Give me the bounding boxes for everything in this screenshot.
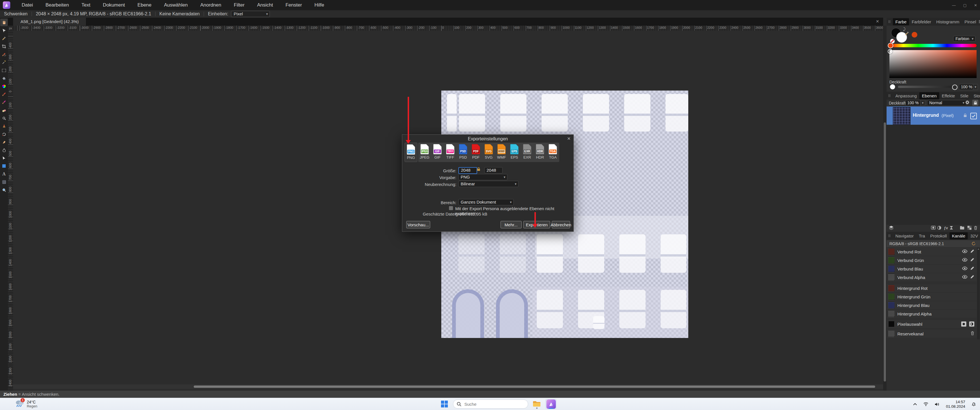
channel-row[interactable]: Hintergrund Blau (886, 301, 977, 309)
move-tool[interactable] (0, 27, 8, 34)
channel-row[interactable]: Pixelauswahl (886, 320, 977, 328)
menu-item-dokument[interactable]: Dokument (97, 0, 131, 10)
more-button[interactable]: Mehr... (501, 221, 522, 228)
file-explorer-button[interactable] (531, 399, 542, 409)
eye-icon[interactable] (962, 275, 967, 280)
text-tool[interactable]: A (0, 170, 8, 178)
channel-row[interactable]: Hintergrund Alpha (886, 310, 977, 318)
lock-aspect-icon[interactable] (477, 167, 480, 172)
color-picker-tool[interactable] (0, 35, 8, 42)
color-tab-farbfelder[interactable]: Farbfelder (909, 18, 934, 25)
area-dropdown[interactable]: Ganzes Dokument (458, 199, 514, 205)
pencil-icon[interactable] (970, 275, 974, 280)
format-eps[interactable]: EPSEPS (508, 143, 521, 162)
undo-brush-tool[interactable] (0, 130, 8, 138)
hue-slider[interactable] (889, 44, 977, 47)
channels-tab-protokoll[interactable]: Protokoll (928, 232, 949, 240)
format-hdr[interactable]: HDRHDR (534, 143, 546, 162)
colour-replacement-tool[interactable] (0, 99, 8, 106)
layers-tab-stile[interactable]: Stile (958, 92, 971, 99)
color-mode-dropdown[interactable]: Farbton (953, 36, 975, 41)
mask-layer-icon[interactable] (931, 226, 935, 229)
flood-fill-tool[interactable] (0, 75, 8, 82)
vertical-scrollbar-thumb[interactable] (884, 122, 886, 381)
marquee-tool[interactable] (0, 67, 8, 74)
horizontal-scrollbar-thumb[interactable] (194, 386, 875, 388)
view-tool[interactable] (0, 19, 8, 26)
gradient-tool[interactable] (0, 83, 8, 90)
channel-row[interactable]: Hintergrund Grün (886, 293, 977, 301)
layer-effects-icon[interactable]: ƒx (944, 226, 948, 230)
blur-tool[interactable] (0, 146, 8, 154)
tray-chevron-up-icon[interactable] (913, 403, 917, 405)
channels-tab-tra[interactable]: Tra (916, 232, 928, 240)
focus-assist-bell-icon[interactable]: z (972, 402, 976, 407)
channels-tab-kanäle[interactable]: Kanäle (950, 232, 968, 240)
layers-tab-effekte[interactable]: Effekte (939, 92, 958, 99)
format-exr[interactable]: EXREXR (521, 143, 534, 162)
node-tool[interactable] (0, 154, 8, 162)
format-svg[interactable]: SVGSVG (482, 143, 495, 162)
wifi-icon[interactable] (923, 402, 928, 406)
format-pdf[interactable]: PDFPDF (469, 143, 482, 162)
resample-dropdown[interactable]: Bilinear (458, 181, 519, 187)
start-button[interactable] (439, 399, 450, 409)
minimize-button[interactable]: — (952, 3, 956, 7)
opacity-swatch[interactable] (890, 84, 895, 89)
zoom-tool[interactable] (0, 186, 8, 194)
cancel-button[interactable]: Abbrechen (552, 221, 570, 228)
format-wmf[interactable]: WMFWMF (495, 143, 508, 162)
format-jpeg[interactable]: JPEGJPEG (418, 143, 431, 162)
horizontal-scrollbar[interactable] (13, 385, 883, 389)
close-button[interactable]: ✕ (974, 3, 977, 7)
contrast-tile-icon[interactable] (969, 321, 974, 327)
color-tab-histogramm[interactable]: Histogramm (934, 18, 962, 25)
search-input[interactable] (464, 402, 516, 407)
swap-colors-icon[interactable]: ⤸ (903, 27, 905, 32)
live-filter-icon[interactable] (950, 226, 953, 230)
layers-tab-stock[interactable]: Stock (971, 92, 980, 99)
format-tiff[interactable]: TIFFTIFF (444, 143, 457, 162)
new-pixel-layer-icon[interactable] (967, 226, 972, 230)
format-gif[interactable]: GIFGIF (431, 143, 444, 162)
smudge-tool[interactable] (0, 138, 8, 146)
panel-grip-icon[interactable] (888, 94, 891, 97)
eye-icon[interactable] (962, 266, 967, 271)
channel-row[interactable]: Hintergrund Rot (886, 284, 977, 292)
layers-tab-anpassung[interactable]: Anpassung (893, 92, 919, 99)
preset-dropdown[interactable]: PNG (458, 174, 508, 180)
color-picker-icon[interactable] (905, 31, 909, 37)
layer-visibility-checkbox[interactable] (970, 113, 977, 119)
paint-brush-tool[interactable] (0, 91, 8, 98)
menu-item-filter[interactable]: Filter (228, 0, 251, 10)
layers-stack-icon[interactable] (889, 226, 894, 230)
menu-item-datei[interactable]: Datei (15, 0, 39, 10)
menu-item-ebene[interactable]: Ebene (131, 0, 158, 10)
layer-thumbnail[interactable] (893, 107, 910, 125)
opacity-slider-knob[interactable] (952, 84, 958, 90)
dialog-close-icon[interactable]: ✕ (567, 136, 571, 141)
saturation-knob[interactable] (888, 49, 892, 54)
export-persona-checkbox[interactable] (449, 206, 453, 210)
layers-tab-ebenen[interactable]: Ebenen (919, 92, 939, 99)
saturation-lightness-box[interactable] (889, 50, 977, 78)
units-dropdown[interactable]: Pixel (231, 11, 270, 17)
dodge-tool[interactable] (0, 114, 8, 122)
reset-channels-icon[interactable] (972, 241, 976, 248)
eye-icon[interactable] (962, 249, 967, 254)
mask-tile-icon[interactable] (961, 321, 966, 327)
trash-icon[interactable] (970, 331, 974, 337)
pencil-icon[interactable] (970, 257, 974, 263)
weather-widget[interactable]: 1 24°C Regen (15, 399, 37, 409)
close-document-icon[interactable]: ✕ (876, 19, 879, 24)
channels-scrollbar[interactable]: ▲ (977, 248, 980, 339)
layer-row[interactable]: Hintergrund (Pixel) (886, 106, 980, 125)
affinity-photo-taskbar-button[interactable] (545, 399, 557, 409)
panel-grip-icon[interactable] (888, 234, 891, 237)
menu-item-auswählen[interactable]: Auswählen (158, 0, 194, 10)
size-height-input[interactable]: 2048 px (484, 167, 503, 173)
preview-button[interactable]: Vorschau... (406, 221, 430, 228)
format-psd[interactable]: PSDPSD (457, 143, 469, 162)
channels-tab-navigator[interactable]: Navigator (893, 232, 916, 240)
format-tga[interactable]: TGATGA (546, 143, 559, 162)
